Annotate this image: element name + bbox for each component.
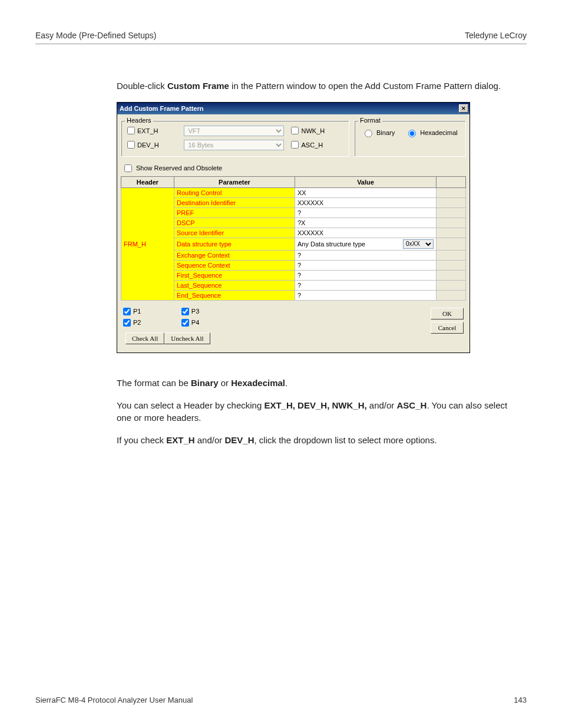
p1-checkbox[interactable]: P1 [123,308,152,315]
dialog-title: Add Custom Frame Pattern [120,105,203,112]
param-cell: Last_Sequence [174,280,295,290]
blank-cell [437,238,466,250]
param-cell: PREF [174,207,295,218]
ok-button[interactable]: OK [431,308,464,319]
param-cell: Sequence Context [174,260,295,270]
param-cell: Source Identifier [174,228,295,238]
footer-right: 143 [514,696,527,704]
value-cell[interactable]: XXXXXX [295,197,437,207]
show-reserved-checkbox[interactable] [124,164,132,172]
param-cell: Destination Identifier [174,197,295,207]
ext-h-combo[interactable]: VFT [184,126,284,136]
param-cell: Exchange Context [174,250,295,260]
headers-fieldset: Headers EXT_H VFT NWK_H [121,120,349,157]
show-reserved-label: Show Reserved and Obsolete [136,164,222,172]
value-cell[interactable]: ? [295,250,437,260]
footer-left: SierraFC M8-4 Protocol Analyzer User Man… [35,696,193,704]
close-icon[interactable]: ✕ [459,104,468,113]
value-cell[interactable]: Any Data structure type0xXX [295,238,437,250]
value-cell[interactable]: ? [295,207,437,218]
dialog-titlebar: Add Custom Frame Pattern ✕ [117,103,470,114]
th-parameter: Parameter [174,176,295,187]
blank-cell [437,197,466,207]
blank-cell [437,260,466,270]
ext-h-checkbox[interactable]: EXT_H [127,127,177,134]
value-cell[interactable]: XX [295,187,437,197]
parameter-table: Header Parameter Value FRM_HRouting Cont… [121,176,466,301]
blank-cell [437,187,466,197]
format-legend: Format [358,117,382,124]
uncheck-all-button[interactable]: Uncheck All [164,332,210,344]
blank-cell [437,207,466,218]
value-cell[interactable]: ? [295,260,437,270]
blank-cell [437,228,466,238]
header-cell: FRM_H [121,187,174,300]
table-row: FRM_HRouting ControlXX [121,187,466,197]
p3-checkbox[interactable]: P3 [181,308,210,315]
value-cell[interactable]: XXXXXX [295,228,437,238]
intro-paragraph: Double-click Custom Frame in the Pattern… [117,80,515,93]
format-fieldset: Format Binary Hexadecimal [354,120,466,157]
dev-h-checkbox[interactable]: DEV_H [127,141,177,149]
nwk-h-checkbox[interactable]: NWK_H [291,127,343,134]
param-cell: Data structure type [174,238,295,250]
format-paragraph: The format can be Binary or Hexadecimal. [117,377,515,390]
hex-radio[interactable]: Hexadecimal [405,128,458,137]
th-blank [437,176,466,187]
p4-checkbox[interactable]: P4 [181,319,210,327]
value-cell[interactable]: ?X [295,218,437,228]
select-header-paragraph: You can select a Header by checking EXT_… [117,399,515,425]
value-cell[interactable]: ? [295,270,437,280]
value-cell[interactable]: ? [295,290,437,300]
page-header: Easy Mode (Pre-Defined Setups) Teledyne … [35,31,527,42]
blank-cell [437,270,466,280]
blank-cell [437,280,466,290]
param-cell: First_Sequence [174,270,295,280]
th-value: Value [295,176,437,187]
header-right: Teledyne LeCroy [465,31,527,40]
p2-checkbox[interactable]: P2 [123,319,152,327]
asc-h-checkbox[interactable]: ASC_H [291,141,343,149]
page-footer: SierraFC M8-4 Protocol Analyzer User Man… [35,696,527,704]
value-cell[interactable]: ? [295,280,437,290]
blank-cell [437,250,466,260]
headers-legend: Headers [125,117,153,124]
header-left: Easy Mode (Pre-Defined Setups) [35,31,156,40]
value-combo[interactable]: 0xXX [403,239,434,249]
blank-cell [437,290,466,300]
cancel-button[interactable]: Cancel [431,322,464,334]
th-header: Header [121,176,174,187]
dropdown-paragraph: If you check EXT_H and/or DEV_H, click t… [117,434,515,447]
dev-h-combo[interactable]: 16 Bytes [184,140,284,150]
param-cell: Routing Control [174,187,295,197]
header-rule [35,44,527,44]
blank-cell [437,218,466,228]
param-cell: DSCP [174,218,295,228]
check-all-button[interactable]: Check All [125,332,164,344]
param-cell: End_Sequence [174,290,295,300]
add-custom-frame-dialog: Add Custom Frame Pattern ✕ Headers EXT_H… [117,102,470,353]
binary-radio[interactable]: Binary [362,128,395,137]
